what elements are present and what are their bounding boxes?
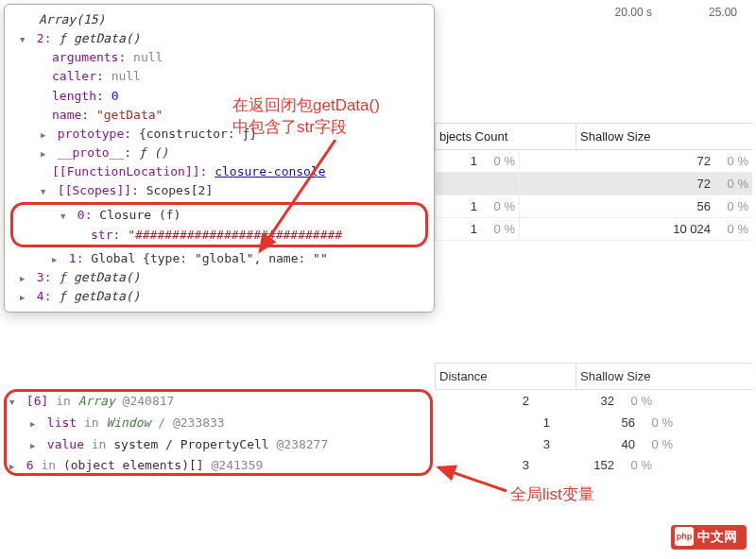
chevron-right-icon[interactable] <box>41 125 50 144</box>
property-row[interactable]: name: "getData" <box>5 106 434 125</box>
chevron-down-icon[interactable] <box>20 29 29 48</box>
chevron-down-icon[interactable] <box>9 391 19 413</box>
property-row[interactable]: [[Scopes]]: Scopes[2] <box>5 181 434 200</box>
scope-entry[interactable]: 1: Global {type: "global", name: "" <box>5 249 434 268</box>
column-header-objects-count[interactable]: bjects Count <box>435 124 576 149</box>
property-row[interactable]: prototype: {constructor: ƒ} <box>5 125 434 144</box>
inspector-title: Array(15) <box>10 12 105 26</box>
retainer-row[interactable]: [6] in Array @240817 2 320 % <box>4 391 750 413</box>
timeline-mark: 20.00 s <box>615 6 652 19</box>
property-row[interactable]: length: 0 <box>5 87 434 106</box>
scope-entry[interactable]: 0: Closure (f) <box>13 206 425 225</box>
table-row[interactable]: 720 % <box>435 173 752 195</box>
retainers-panel: [6] in Array @240817 2 320 % list in Win… <box>4 391 750 477</box>
property-row[interactable]: caller: null <box>5 67 434 86</box>
retainer-row[interactable]: list in Window / @233833 1 560 % <box>4 413 750 434</box>
table-row[interactable]: 10 % 720 % <box>435 150 752 173</box>
closure-highlight: 0: Closure (f) str: "###################… <box>10 202 428 246</box>
chevron-right-icon[interactable] <box>41 144 50 162</box>
chevron-right-icon[interactable] <box>20 287 29 306</box>
object-summary-table: bjects Count Shallow Size 10 % 720 % 720… <box>435 123 752 241</box>
retainer-row[interactable]: 6 in (object elements)[] @241359 3 1520 … <box>4 455 750 477</box>
table-row[interactable]: 10 % 560 % <box>435 195 752 218</box>
column-header-distance[interactable]: Distance <box>435 364 576 389</box>
column-header-shallow-size[interactable]: Shallow Size <box>576 364 752 389</box>
php-watermark: 中文网 <box>671 525 747 550</box>
timeline-ruler: 20.00 s 25.00 <box>596 0 756 25</box>
property-row[interactable]: arguments: null <box>5 48 434 67</box>
chevron-down-icon[interactable] <box>60 206 70 225</box>
chevron-down-icon[interactable] <box>41 181 50 200</box>
annotation-global-list: 全局list变量 <box>510 483 594 505</box>
property-row[interactable]: str: "############################ <box>13 226 425 245</box>
table-row[interactable]: 10 % 10 0240 % <box>435 218 752 241</box>
column-header-shallow-size[interactable]: Shallow Size <box>576 124 752 149</box>
chevron-right-icon[interactable] <box>52 249 61 268</box>
object-entry[interactable]: 4: ƒ getData() <box>5 287 434 306</box>
property-row[interactable]: __proto__: ƒ () <box>5 144 434 162</box>
object-entry[interactable]: 2: ƒ getData() <box>5 29 434 48</box>
retainer-row[interactable]: value in system / PropertyCell @238277 3… <box>4 434 750 456</box>
object-inspector-tooltip: Array(15) 2: ƒ getData() arguments: null… <box>4 4 435 313</box>
retainers-header: Distance Shallow Size <box>435 363 752 390</box>
object-entry[interactable]: 3: ƒ getData() <box>5 268 434 287</box>
chevron-right-icon[interactable] <box>20 268 29 287</box>
function-location-link[interactable]: closure-console <box>215 164 325 178</box>
chevron-right-icon[interactable] <box>9 455 19 477</box>
timeline-mark: 25.00 <box>709 6 737 19</box>
chevron-right-icon[interactable] <box>30 413 40 434</box>
chevron-right-icon[interactable] <box>30 434 40 456</box>
property-row[interactable]: [[FunctionLocation]]: closure-console <box>5 162 434 181</box>
